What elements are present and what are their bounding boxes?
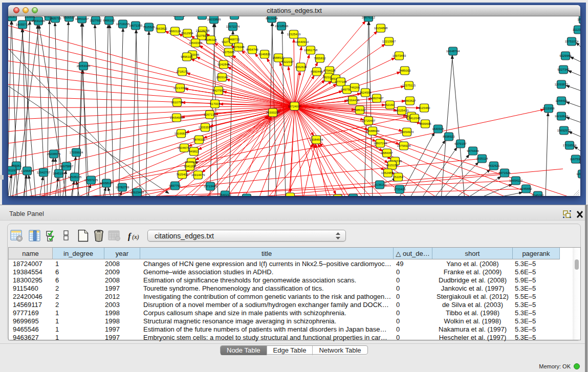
svg-text:8427552: 8427552 bbox=[212, 89, 225, 92]
svg-text:20691406: 20691406 bbox=[32, 19, 46, 23]
svg-text:15692971: 15692971 bbox=[557, 129, 571, 132]
svg-text:7955812: 7955812 bbox=[314, 57, 326, 60]
svg-text:9777169: 9777169 bbox=[335, 80, 347, 83]
svg-text:3624554: 3624554 bbox=[359, 91, 372, 94]
svg-text:1645194: 1645194 bbox=[53, 172, 65, 175]
svg-text:10688609: 10688609 bbox=[366, 129, 380, 133]
svg-text:2718170: 2718170 bbox=[176, 70, 188, 73]
svg-text:f: f bbox=[128, 231, 132, 241]
svg-text:1204155: 1204155 bbox=[576, 172, 580, 176]
svg-text:9474444: 9474444 bbox=[467, 149, 479, 152]
svg-text:891193: 891193 bbox=[8, 169, 17, 172]
svg-text:19384554: 19384554 bbox=[310, 138, 323, 141]
svg-text:1882307: 1882307 bbox=[577, 18, 580, 21]
svg-text:15713485: 15713485 bbox=[204, 185, 217, 188]
svg-text:1640915: 1640915 bbox=[432, 127, 444, 130]
svg-text:16087: 16087 bbox=[8, 16, 17, 18]
svg-text:12505135: 12505135 bbox=[68, 176, 82, 179]
svg-text:19218506: 19218506 bbox=[275, 25, 289, 28]
svg-text:9896105: 9896105 bbox=[181, 55, 193, 58]
svg-text:8912954: 8912954 bbox=[181, 32, 193, 35]
svg-text:20206576: 20206576 bbox=[47, 152, 61, 156]
svg-text:252254: 252254 bbox=[393, 176, 404, 179]
svg-text:9115460: 9115460 bbox=[419, 106, 431, 110]
svg-text:8215958: 8215958 bbox=[542, 107, 555, 110]
svg-text:8454749: 8454749 bbox=[246, 48, 258, 51]
svg-text:14136141: 14136141 bbox=[373, 183, 387, 186]
svg-text:9699695: 9699695 bbox=[419, 122, 431, 125]
svg-text:1805733: 1805733 bbox=[49, 17, 61, 20]
svg-text:1362615: 1362615 bbox=[295, 65, 307, 69]
svg-text:2676048: 2676048 bbox=[232, 46, 245, 49]
svg-text:8531240: 8531240 bbox=[228, 16, 241, 17]
svg-text:10154808: 10154808 bbox=[374, 27, 388, 30]
svg-text:5468721: 5468721 bbox=[228, 38, 240, 41]
svg-text:12923468: 12923468 bbox=[130, 191, 144, 194]
svg-text:449822: 449822 bbox=[189, 150, 200, 153]
svg-text:9341207: 9341207 bbox=[184, 165, 196, 168]
svg-text:1375685: 1375685 bbox=[223, 51, 235, 54]
svg-text:20876112: 20876112 bbox=[362, 16, 376, 19]
svg-text:17016504: 17016504 bbox=[563, 144, 577, 147]
svg-text:12093872: 12093872 bbox=[555, 83, 569, 86]
svg-text:7515526: 7515526 bbox=[143, 26, 155, 29]
svg-text:10719155: 10719155 bbox=[116, 23, 130, 26]
svg-text:10807487: 10807487 bbox=[370, 97, 384, 100]
svg-text:9242848: 9242848 bbox=[217, 63, 230, 66]
svg-text:9146821: 9146821 bbox=[258, 53, 271, 56]
svg-text:6466160: 6466160 bbox=[103, 19, 115, 22]
svg-text:7632621: 7632621 bbox=[488, 164, 500, 167]
svg-text:12375115: 12375115 bbox=[402, 84, 416, 87]
svg-text:7485003: 7485003 bbox=[399, 69, 411, 72]
svg-text:10025433: 10025433 bbox=[395, 109, 409, 112]
svg-text:9329966: 9329966 bbox=[559, 54, 572, 57]
svg-text:5322037: 5322037 bbox=[281, 60, 294, 63]
svg-text:7663822: 7663822 bbox=[155, 27, 167, 30]
svg-text:19654955: 19654955 bbox=[170, 116, 184, 119]
svg-text:17359924: 17359924 bbox=[70, 151, 83, 154]
svg-text:6794028: 6794028 bbox=[323, 69, 336, 72]
svg-text:16961758: 16961758 bbox=[304, 49, 318, 52]
svg-text:9245092: 9245092 bbox=[532, 194, 544, 196]
svg-text:9463627: 9463627 bbox=[404, 99, 416, 102]
svg-text:2033181: 2033181 bbox=[196, 16, 208, 17]
svg-text:15720407: 15720407 bbox=[362, 119, 376, 122]
svg-text:12213369: 12213369 bbox=[173, 86, 187, 90]
svg-text:9245652: 9245652 bbox=[520, 187, 532, 190]
svg-text:10958187: 10958187 bbox=[100, 182, 114, 185]
svg-text:2803144: 2803144 bbox=[216, 76, 228, 79]
svg-text:10654112: 10654112 bbox=[509, 179, 523, 182]
svg-text:25300295: 25300295 bbox=[266, 111, 280, 114]
svg-text:8471626: 8471626 bbox=[498, 171, 511, 174]
svg-text:8990448: 8990448 bbox=[311, 70, 323, 73]
svg-text:7986322: 7986322 bbox=[354, 108, 366, 112]
svg-text:12325419: 12325419 bbox=[287, 33, 301, 36]
svg-text:18807249: 18807249 bbox=[374, 142, 387, 145]
svg-text:16033809: 16033809 bbox=[207, 18, 221, 21]
svg-text:17957225: 17957225 bbox=[84, 179, 98, 182]
svg-text:1167534: 1167534 bbox=[570, 158, 580, 161]
svg-text:16914479: 16914479 bbox=[191, 173, 205, 177]
svg-text:16640910: 16640910 bbox=[295, 40, 309, 43]
svg-text:19166827: 19166827 bbox=[175, 132, 188, 135]
svg-text:1527602: 1527602 bbox=[90, 19, 102, 22]
svg-text:16648764: 16648764 bbox=[446, 50, 460, 53]
svg-text:9506537: 9506537 bbox=[63, 16, 75, 19]
svg-text:1610755: 1610755 bbox=[171, 101, 183, 104]
svg-text:13524851: 13524851 bbox=[381, 171, 395, 174]
svg-text:8412045: 8412045 bbox=[408, 117, 421, 120]
svg-text:10853267: 10853267 bbox=[75, 17, 89, 20]
svg-text:9136842: 9136842 bbox=[173, 16, 185, 17]
svg-text:5878334: 5878334 bbox=[193, 138, 205, 141]
svg-text:16210643: 16210643 bbox=[555, 115, 569, 118]
svg-text:18724007: 18724007 bbox=[288, 105, 301, 108]
svg-text:16543362: 16543362 bbox=[189, 41, 203, 45]
svg-text:1540213: 1540213 bbox=[219, 193, 231, 196]
svg-text:1588520: 1588520 bbox=[272, 56, 285, 59]
svg-text:20053346: 20053346 bbox=[77, 64, 91, 68]
svg-text:1733426: 1733426 bbox=[394, 188, 406, 191]
svg-text:6379197: 6379197 bbox=[454, 142, 467, 145]
svg-text:16671355: 16671355 bbox=[129, 24, 143, 27]
svg-text:12213967: 12213967 bbox=[382, 40, 396, 43]
svg-text:12942757: 12942757 bbox=[37, 171, 51, 174]
